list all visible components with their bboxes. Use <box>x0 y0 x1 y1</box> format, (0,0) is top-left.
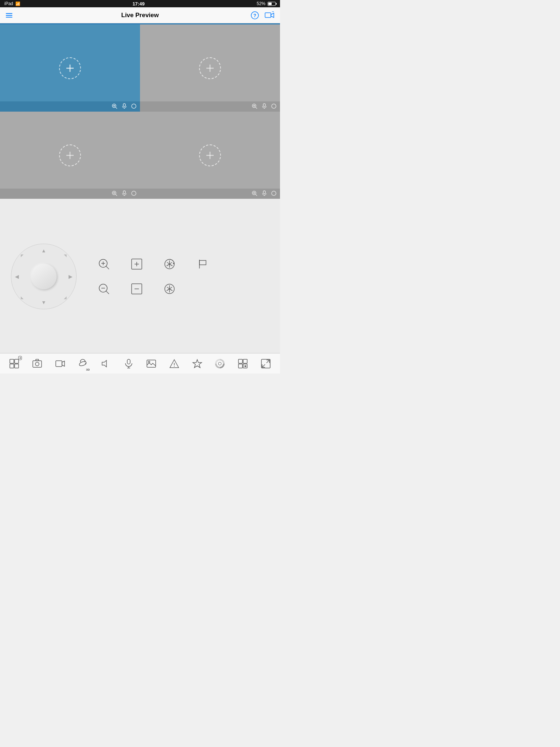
add-camera-button-2[interactable] <box>199 57 221 79</box>
add-camera-button-4[interactable] <box>199 144 221 166</box>
expand-button[interactable] <box>257 355 275 373</box>
camera-cell-1[interactable] <box>0 24 140 112</box>
camera-cell-3[interactable] <box>0 112 140 199</box>
joystick-downright-arrow[interactable]: ◢ <box>64 295 67 299</box>
color-wheel-button[interactable] <box>211 355 229 373</box>
svg-rect-71 <box>10 364 14 368</box>
svg-line-59 <box>106 291 109 294</box>
svg-rect-92 <box>243 359 247 363</box>
svg-line-9 <box>116 107 117 109</box>
svg-line-45 <box>106 266 109 269</box>
cell-mic-icon-1[interactable] <box>122 103 127 110</box>
joystick-up-arrow[interactable]: ▲ <box>41 248 46 253</box>
nav-bar: Live Preview ? <box>0 7 280 23</box>
control-buttons-grid <box>91 253 269 300</box>
frame-remove-button[interactable] <box>128 280 146 298</box>
photo-button[interactable] <box>28 355 46 373</box>
rotate-3d-button[interactable]: 3D <box>74 355 92 373</box>
video-button[interactable] <box>51 355 69 373</box>
microphone-button[interactable] <box>120 355 138 373</box>
svg-rect-76 <box>56 361 62 367</box>
cell-toolbar-3 <box>0 189 140 199</box>
status-bar: iPad 📶 17:49 52% <box>0 0 280 7</box>
help-icon[interactable]: ? <box>251 11 259 19</box>
ipad-label: iPad <box>4 1 13 6</box>
add-camera-button-3[interactable] <box>59 144 81 166</box>
svg-marker-79 <box>102 360 106 367</box>
svg-point-23 <box>272 104 276 108</box>
cell-circle-icon-3[interactable] <box>131 191 136 197</box>
camera-cell-4[interactable] <box>140 112 280 199</box>
image-button[interactable] <box>142 355 160 373</box>
cell-circle-icon-2[interactable] <box>271 104 276 110</box>
zoom-in-button[interactable] <box>95 255 113 273</box>
svg-line-98 <box>267 360 269 363</box>
svg-line-53 <box>167 262 170 264</box>
controls-area: ▲ ▼ ◀ ▶ ◤ ◥ ◣ ◢ <box>0 199 280 354</box>
nav-left <box>6 13 12 18</box>
battery-pct: 52% <box>257 1 265 6</box>
frame-add-button[interactable] <box>128 255 146 273</box>
page-title: Live Preview <box>121 12 159 19</box>
svg-rect-70 <box>15 359 19 363</box>
clock: 17:49 <box>132 1 144 7</box>
svg-marker-3 <box>271 13 274 18</box>
joystick-downleft-arrow[interactable]: ◣ <box>21 295 24 299</box>
cell-zoom-icon-3[interactable] <box>112 190 117 197</box>
star-button[interactable] <box>188 355 206 373</box>
cell-mic-icon-2[interactable] <box>262 103 267 110</box>
svg-rect-93 <box>238 364 242 368</box>
zoom-out-button[interactable] <box>95 280 113 298</box>
joystick-down-arrow[interactable]: ▼ <box>41 299 46 305</box>
svg-rect-39 <box>263 191 265 194</box>
speaker-button[interactable] <box>97 355 115 373</box>
svg-marker-88 <box>193 360 202 368</box>
add-camera-button-1[interactable] <box>59 57 81 79</box>
battery-icon <box>268 2 276 6</box>
svg-line-52 <box>167 264 170 266</box>
svg-rect-72 <box>15 364 19 368</box>
svg-rect-21 <box>263 104 265 107</box>
joystick-upright-arrow[interactable]: ◥ <box>64 253 67 258</box>
cell-circle-icon-4[interactable] <box>271 191 276 197</box>
cell-toolbar-2 <box>140 101 280 112</box>
hamburger-menu-icon[interactable] <box>6 13 12 18</box>
svg-line-66 <box>167 287 170 289</box>
svg-point-87 <box>174 366 175 367</box>
flag-button[interactable] <box>193 255 211 273</box>
shutter-rotate-button[interactable] <box>160 255 179 273</box>
camera-cell-2[interactable] <box>140 24 280 112</box>
joystick-upleft-arrow[interactable]: ◤ <box>21 253 24 258</box>
joystick-left-arrow[interactable]: ◀ <box>15 274 19 279</box>
cell-zoom-icon-4[interactable] <box>252 190 257 197</box>
cell-zoom-icon-1[interactable] <box>112 103 117 110</box>
warning-button[interactable] <box>165 355 183 373</box>
cell-mic-icon-3[interactable] <box>122 190 127 197</box>
svg-line-67 <box>170 287 172 289</box>
svg-point-84 <box>148 361 150 363</box>
cell-mic-icon-4[interactable] <box>262 190 267 197</box>
camera-list-icon[interactable] <box>265 11 274 19</box>
svg-point-41 <box>272 191 276 196</box>
joystick-ring: ▲ ▼ ◀ ▶ ◤ ◥ ◣ ◢ <box>11 244 77 309</box>
svg-line-51 <box>170 264 172 266</box>
cell-toolbar-4 <box>140 189 280 199</box>
svg-rect-73 <box>33 361 42 367</box>
svg-rect-69 <box>10 359 14 363</box>
aperture-button[interactable] <box>160 280 179 298</box>
cell-zoom-icon-2[interactable] <box>252 103 257 110</box>
svg-point-90 <box>218 362 221 365</box>
svg-rect-30 <box>123 191 125 194</box>
joystick-center-knob[interactable] <box>31 264 57 289</box>
svg-text:?: ? <box>253 12 256 18</box>
grid-badge: 4 <box>18 356 22 360</box>
3d-label: 3D <box>86 368 90 371</box>
svg-rect-2 <box>265 13 271 18</box>
grid-x-button[interactable] <box>234 355 252 373</box>
grid-4-button[interactable]: 4 <box>5 355 23 373</box>
svg-line-36 <box>256 194 257 196</box>
cell-circle-icon-1[interactable] <box>131 104 136 110</box>
ptz-joystick[interactable]: ▲ ▼ ◀ ▶ ◤ ◥ ◣ ◢ <box>11 244 77 309</box>
svg-line-54 <box>170 262 172 264</box>
joystick-right-arrow[interactable]: ▶ <box>69 274 73 279</box>
